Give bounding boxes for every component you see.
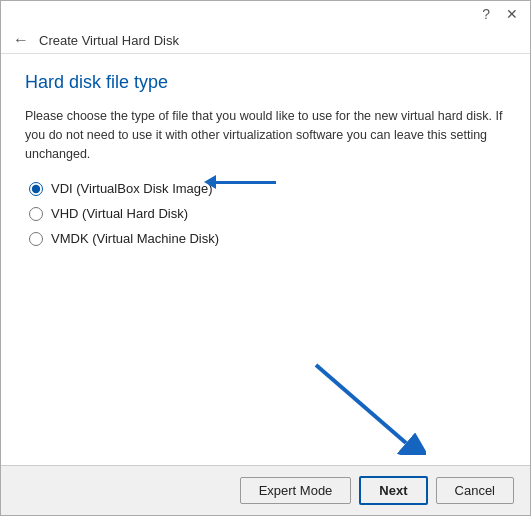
cancel-button[interactable]: Cancel bbox=[436, 477, 514, 504]
vmdk-label: VMDK (Virtual Machine Disk) bbox=[51, 231, 219, 246]
help-button[interactable]: ? bbox=[478, 7, 494, 21]
vmdk-radio[interactable] bbox=[29, 232, 43, 246]
arrowhead-icon bbox=[204, 175, 216, 189]
next-arrow-annotation bbox=[25, 246, 506, 455]
vhd-label: VHD (Virtual Hard Disk) bbox=[51, 206, 188, 221]
wizard-title: Create Virtual Hard Disk bbox=[39, 33, 179, 48]
vmdk-option[interactable]: VMDK (Virtual Machine Disk) bbox=[29, 231, 506, 246]
title-bar: ? ✕ bbox=[1, 1, 530, 23]
section-title: Hard disk file type bbox=[25, 72, 506, 93]
vhd-radio[interactable] bbox=[29, 207, 43, 221]
file-type-radio-group: VDI (VirtualBox Disk Image) VHD (Virtual… bbox=[29, 181, 506, 246]
svg-line-1 bbox=[316, 365, 406, 443]
main-window: ? ✕ ← Create Virtual Hard Disk Hard disk… bbox=[0, 0, 531, 516]
vdi-annotation-arrow bbox=[204, 175, 276, 189]
arrow-line-icon bbox=[216, 181, 276, 184]
header-row: ← Create Virtual Hard Disk bbox=[1, 23, 530, 54]
vdi-radio[interactable] bbox=[29, 182, 43, 196]
diagonal-arrow-icon bbox=[306, 355, 426, 455]
next-button[interactable]: Next bbox=[359, 476, 427, 505]
title-bar-controls: ? ✕ bbox=[478, 7, 522, 21]
vdi-label: VDI (VirtualBox Disk Image) bbox=[51, 181, 213, 196]
description-text: Please choose the type of file that you … bbox=[25, 107, 506, 163]
vhd-option[interactable]: VHD (Virtual Hard Disk) bbox=[29, 206, 506, 221]
close-button[interactable]: ✕ bbox=[502, 7, 522, 21]
back-button[interactable]: ← bbox=[13, 31, 29, 49]
footer: Expert Mode Next Cancel bbox=[1, 465, 530, 515]
expert-mode-button[interactable]: Expert Mode bbox=[240, 477, 352, 504]
content-area: Hard disk file type Please choose the ty… bbox=[1, 54, 530, 465]
